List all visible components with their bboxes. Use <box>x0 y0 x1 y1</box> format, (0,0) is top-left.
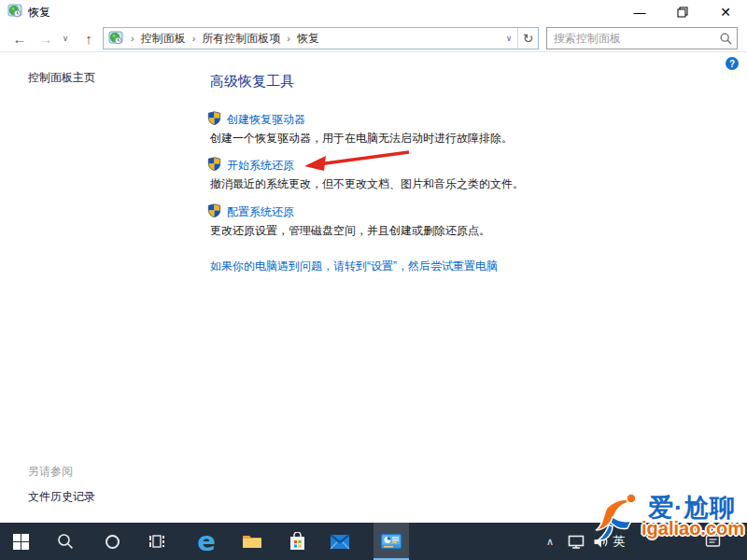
control-panel-icon <box>380 533 402 550</box>
address-location-icon <box>108 31 123 46</box>
chevron-up-icon: ∧ <box>546 536 554 548</box>
breadcrumb-control-panel[interactable]: 控制面板 <box>137 31 190 47</box>
search-icon <box>57 533 74 550</box>
back-button[interactable]: ← <box>7 26 32 50</box>
tool-create-recovery-drive: 创建恢复驱动器 <box>207 111 637 129</box>
sidebar-item-control-panel-home[interactable]: 控制面板主页 <box>28 70 95 86</box>
tool-open-system-restore: 开始系统还原 <box>207 157 637 175</box>
breadcrumb-separator: › <box>128 33 137 44</box>
tray-ime-indicator[interactable]: 英 <box>609 523 629 560</box>
watermark-brand: 爱·尬聊 <box>648 491 736 525</box>
create-recovery-drive-link[interactable]: 创建恢复驱动器 <box>227 112 305 128</box>
create-recovery-drive-description: 创建一个恢复驱动器，用于在电脑无法启动时进行故障排除。 <box>210 131 513 147</box>
restore-button[interactable] <box>661 0 704 24</box>
configure-system-restore-description: 更改还原设置，管理磁盘空间，并且创建或删除还原点。 <box>210 223 490 239</box>
recovery-app-icon <box>7 4 22 22</box>
window-title: 恢复 <box>28 5 50 21</box>
windows-logo-icon <box>13 534 29 550</box>
help-icon[interactable]: ? <box>726 57 739 70</box>
cortana-icon <box>106 535 120 549</box>
open-system-restore-link[interactable]: 开始系统还原 <box>227 158 294 174</box>
action-center-button[interactable] <box>698 523 726 560</box>
tray-show-hidden-icons[interactable]: ∧ <box>538 523 562 560</box>
refresh-button[interactable]: ↻ <box>517 28 538 49</box>
sidebar-item-file-history[interactable]: 文件历史记录 <box>28 489 95 505</box>
minimize-button[interactable]: — <box>618 0 661 24</box>
task-view-icon <box>148 534 165 549</box>
tray-network-button[interactable] <box>564 523 588 560</box>
mail-button[interactable] <box>324 523 356 560</box>
breadcrumb-all-items[interactable]: 所有控制面板项 <box>198 31 284 47</box>
cortana-button[interactable] <box>96 523 128 560</box>
search-box <box>546 27 738 49</box>
start-button[interactable] <box>5 523 36 560</box>
breadcrumb-recovery[interactable]: 恢复 <box>293 31 323 47</box>
breadcrumb-separator: › <box>190 33 199 44</box>
task-view-button[interactable] <box>141 523 173 560</box>
uac-shield-icon <box>207 203 221 221</box>
open-system-restore-description: 撤消最近的系统更改，但不更改文档、图片和音乐之类的文件。 <box>210 176 524 192</box>
address-dropdown-icon[interactable]: ∨ <box>500 34 517 43</box>
close-button[interactable]: ✕ <box>704 0 747 24</box>
breadcrumb-separator: › <box>284 33 293 44</box>
folder-icon <box>242 533 262 550</box>
reset-pc-link[interactable]: 如果你的电脑遇到问题，请转到“设置”，然后尝试重置电脑 <box>210 259 498 274</box>
show-desktop-button[interactable] <box>740 523 747 560</box>
title-bar: 恢复 — ✕ <box>0 0 747 24</box>
taskbar: e <box>0 523 747 560</box>
ime-label: 英 <box>613 533 626 550</box>
mail-icon <box>330 534 350 550</box>
navigation-bar: ← → ∨ ↑ › 控制面板 › 所有控制面板项 › 恢复 <box>0 24 747 52</box>
speaker-icon <box>593 535 609 549</box>
edge-button[interactable]: e <box>190 523 222 560</box>
up-button[interactable]: ↑ <box>77 26 101 50</box>
store-icon <box>289 532 306 552</box>
desktop-screen: 恢复 — ✕ ← → ∨ ↑ <box>0 0 747 560</box>
tool-configure-system-restore: 配置系统还原 <box>207 203 637 221</box>
page-title: 高级恢复工具 <box>210 73 294 91</box>
see-also-heading: 另请参阅 <box>28 464 73 480</box>
annotation-arrow <box>302 146 414 177</box>
taskbar-active-app-recovery[interactable] <box>374 523 409 560</box>
forward-button[interactable]: → <box>34 26 58 50</box>
network-icon <box>568 535 585 549</box>
search-input[interactable] <box>547 29 714 48</box>
breadcrumb: › 控制面板 › 所有控制面板项 › 恢复 <box>128 31 500 47</box>
file-explorer-button[interactable] <box>236 523 268 560</box>
taskbar-search-button[interactable] <box>49 523 81 560</box>
uac-shield-icon <box>207 111 221 129</box>
action-center-icon <box>705 534 721 549</box>
store-button[interactable] <box>281 523 313 560</box>
search-icon[interactable] <box>714 33 737 45</box>
uac-shield-icon <box>207 157 221 175</box>
address-bar[interactable]: › 控制面板 › 所有控制面板项 › 恢复 ∨ ↻ <box>103 27 539 49</box>
edge-icon: e <box>197 528 216 555</box>
configure-system-restore-link[interactable]: 配置系统还原 <box>227 204 294 220</box>
recent-pages-dropdown[interactable]: ∨ <box>58 26 73 50</box>
restore-icon <box>677 7 688 18</box>
